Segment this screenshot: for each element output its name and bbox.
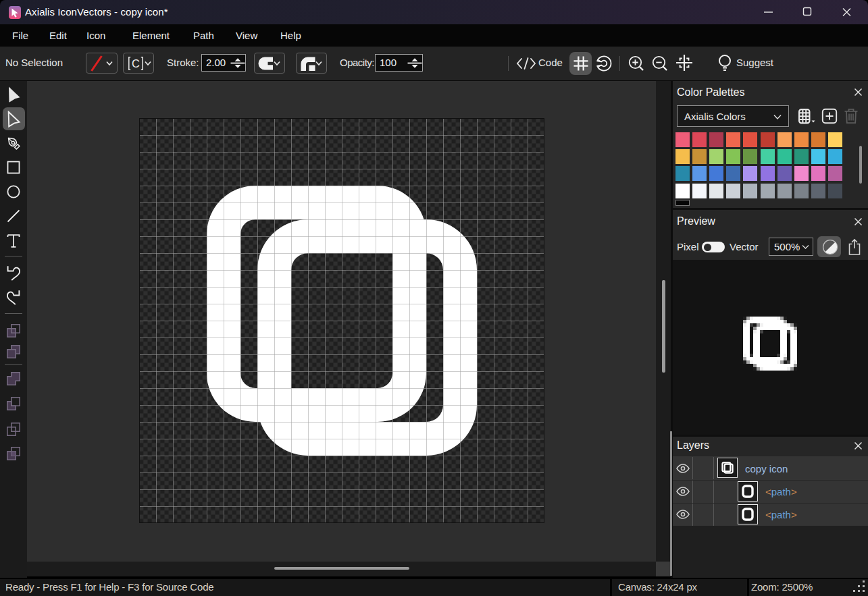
svg-text:C: C — [132, 57, 140, 70]
